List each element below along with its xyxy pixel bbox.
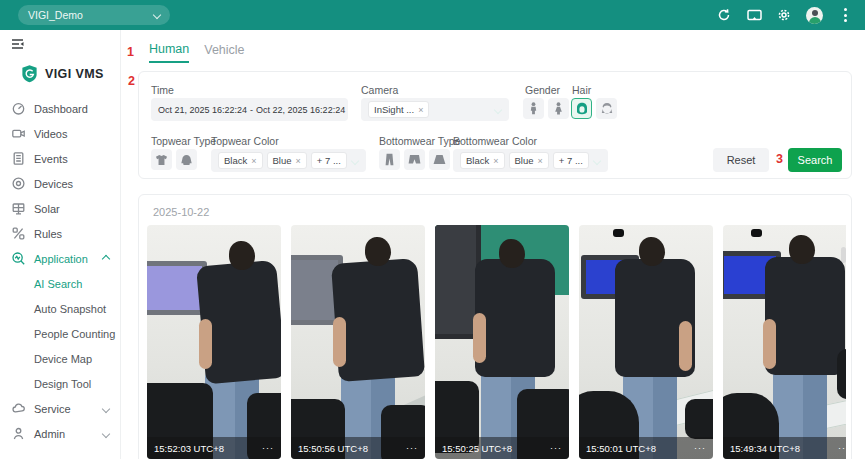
results-grid: 15:52:03 UTC+8 ··· 15:50:56 UTC+8 ···	[147, 225, 846, 459]
topwear-longsleeve-button[interactable]	[176, 149, 197, 170]
gender-female-button[interactable]	[548, 98, 569, 119]
user-avatar[interactable]	[806, 7, 823, 24]
annotation-1: 1	[127, 45, 134, 59]
sidebar-item-dashboard[interactable]: Dashboard	[0, 96, 121, 121]
thumbnail-more-icon[interactable]: ···	[262, 443, 274, 453]
sidebar-nav: Dashboard Videos Events Devices Solar Ru…	[0, 96, 121, 446]
time-start-value: Oct 21, 2025 16:22:24	[158, 105, 247, 115]
bottomwear-color-select[interactable]: Black × Blue × + 7 ...	[453, 149, 608, 172]
thumbnail-more-icon[interactable]: ···	[694, 443, 706, 453]
scrollbar-thumb[interactable]	[841, 247, 846, 263]
topwear-tshirt-button[interactable]	[151, 149, 172, 170]
sidebar-item-design-tool[interactable]: Design Tool	[0, 371, 121, 396]
video-camera-icon	[11, 127, 25, 141]
sidebar-item-ai-search[interactable]: AI Search	[0, 271, 121, 296]
timestamp-bar: 15:50:56 UTC+8 ···	[291, 437, 425, 459]
time-range-input[interactable]: Oct 21, 2025 16:22:24 - Oct 22, 2025 16:…	[151, 98, 348, 121]
sidebar-item-people-counting[interactable]: People Counting	[0, 321, 121, 346]
female-icon	[553, 102, 564, 115]
events-doc-icon	[11, 152, 25, 166]
annotation-3: 3	[776, 152, 783, 166]
site-selector-dropdown[interactable]: VIGI_Demo	[18, 5, 170, 25]
chip-remove-icon[interactable]: ×	[296, 156, 301, 166]
sidebar-item-auto-snapshot[interactable]: Auto Snapshot	[0, 296, 121, 321]
reset-button[interactable]: Reset	[713, 148, 769, 172]
timestamp-bar: 15:49:34 UTC+8 ···	[723, 437, 846, 459]
chevron-down-icon	[153, 11, 161, 19]
sidebar-item-application[interactable]: Application	[0, 246, 121, 271]
timestamp: 15:49:34 UTC+8	[730, 443, 800, 454]
tab-human[interactable]: Human	[149, 42, 189, 63]
chip-remove-icon[interactable]: ×	[538, 156, 543, 166]
application-search-icon	[11, 252, 25, 266]
chevron-down-icon	[102, 430, 110, 438]
chip-remove-icon[interactable]: ×	[418, 105, 423, 115]
topwear-color-select[interactable]: Black × Blue × + 7 ...	[211, 149, 366, 172]
sidebar-item-service[interactable]: Service	[0, 396, 121, 421]
hair-label: Hair	[572, 84, 591, 96]
result-thumbnail[interactable]: 15:50:01 UTC+8 ···	[579, 225, 713, 459]
thumbnail-more-icon[interactable]: ···	[838, 443, 846, 453]
gender-label: Gender	[525, 84, 560, 96]
chevron-up-icon	[102, 255, 110, 263]
bottomwear-type-label: Bottomwear Type	[379, 135, 461, 147]
chevron-down-icon	[593, 157, 601, 165]
refresh-icon[interactable]	[716, 7, 732, 23]
sidebar-item-admin[interactable]: Admin	[0, 421, 121, 446]
tab-vehicle[interactable]: Vehicle	[204, 43, 244, 62]
hair-short-button[interactable]	[596, 98, 617, 119]
vigi-shield-icon	[20, 64, 39, 83]
sidebar-item-videos[interactable]: Videos	[0, 121, 121, 146]
sidebar-item-rules[interactable]: Rules	[0, 221, 121, 246]
more-colors-chip[interactable]: + 7 ...	[553, 152, 589, 169]
person-head	[789, 235, 815, 264]
person-arm	[473, 313, 486, 363]
result-thumbnail[interactable]: 15:52:03 UTC+8 ···	[147, 225, 281, 459]
thumbnail-more-icon[interactable]: ···	[406, 443, 418, 453]
sidebar-item-solar[interactable]: Solar	[0, 196, 121, 221]
brand-name: VIGI VMS	[45, 67, 104, 81]
topwear-color-label: Topwear Color	[211, 135, 279, 147]
timestamp-bar: 15:50:25 UTC+8 ···	[435, 437, 569, 459]
office-chair	[685, 399, 713, 439]
chevron-down-icon	[102, 405, 110, 413]
person-arm	[199, 319, 212, 369]
chevron-down-icon	[351, 157, 359, 165]
time-label: Time	[151, 84, 174, 96]
dashboard-icon	[11, 102, 25, 116]
screen-cast-icon[interactable]	[746, 7, 762, 23]
longsleeve-icon	[180, 154, 193, 166]
bottomwear-skirt-button[interactable]	[429, 149, 450, 170]
color-chip: Blue ×	[267, 152, 307, 169]
bottomwear-color-label: Bottomwear Color	[453, 135, 537, 147]
collapse-sidebar-icon[interactable]	[10, 37, 25, 55]
webcam	[751, 229, 762, 237]
office-chair	[837, 349, 846, 399]
bottomwear-shorts-button[interactable]	[404, 149, 425, 170]
result-thumbnail[interactable]: 15:50:56 UTC+8 ···	[291, 225, 425, 459]
results-date: 2025-10-22	[153, 206, 209, 218]
gender-male-button[interactable]	[523, 98, 544, 119]
short-hair-icon	[601, 102, 613, 115]
bottomwear-pants-button[interactable]	[379, 149, 400, 170]
timestamp: 15:50:56 UTC+8	[298, 443, 368, 454]
hair-long-button-selected[interactable]	[571, 98, 592, 119]
sidebar-item-devices[interactable]: Devices	[0, 171, 121, 196]
search-button[interactable]: Search	[788, 148, 842, 172]
thumbnail-more-icon[interactable]: ···	[550, 443, 562, 453]
chip-remove-icon[interactable]: ×	[493, 156, 498, 166]
more-menu-icon[interactable]	[837, 7, 853, 23]
person-torso	[475, 259, 555, 377]
person-head	[229, 241, 255, 270]
settings-gear-icon[interactable]	[776, 7, 792, 23]
chip-remove-icon[interactable]: ×	[251, 156, 256, 166]
result-thumbnail[interactable]: 15:50:25 UTC+8 ···	[435, 225, 569, 459]
result-thumbnail[interactable]: 15:49:34 UTC+8 ···	[723, 225, 846, 459]
sidebar-item-events[interactable]: Events	[0, 146, 121, 171]
category-tabs: 1 Human Vehicle	[127, 41, 245, 63]
camera-select[interactable]: InSight ... ×	[361, 98, 509, 121]
color-chip: Blue ×	[509, 152, 549, 169]
more-colors-chip[interactable]: + 7 ...	[311, 152, 347, 169]
sidebar-item-device-map[interactable]: Device Map	[0, 346, 121, 371]
avatar-head	[812, 10, 818, 16]
